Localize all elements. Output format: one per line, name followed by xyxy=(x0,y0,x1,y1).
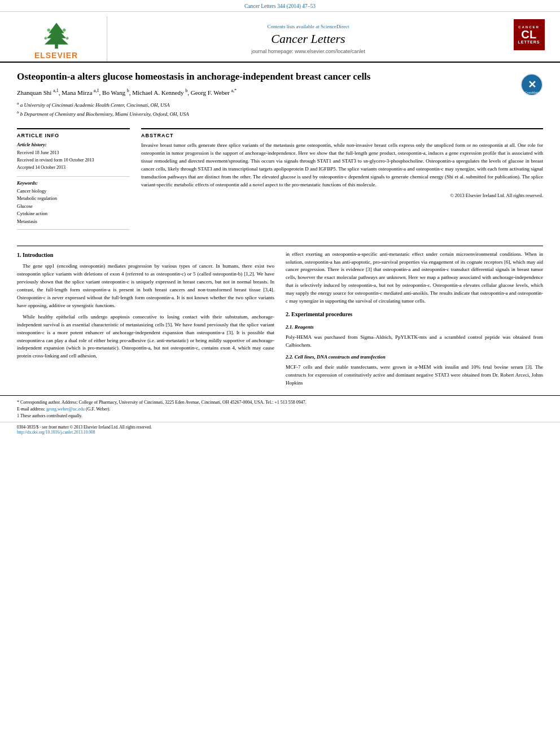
keyword-1: Cancer biology xyxy=(17,187,130,195)
journal-header: ELSEVIER Contents lists available at Sci… xyxy=(0,12,560,63)
journal-homepage: journal homepage: www.elsevier.com/locat… xyxy=(251,49,365,54)
article-info-column: ARTICLE INFO Article history: Received 1… xyxy=(17,128,130,235)
journal-top-bar: Cancer Letters 344 (2014) 47–53 xyxy=(0,0,560,12)
elsevier-logo: ELSEVIER xyxy=(34,19,78,60)
abstract-column: ABSTRACT Invasive breast tumor cells gen… xyxy=(141,128,543,235)
body-col-right: in effect exerting an osteopontin-a-spec… xyxy=(286,251,543,391)
affiliation-b: b b Department of Chemistry and Biochemi… xyxy=(17,110,512,119)
contents-text: Contents lists available at xyxy=(268,24,320,29)
copyright-line: © 2013 Elsevier Ireland Ltd. All rights … xyxy=(141,193,543,198)
svg-text:✕: ✕ xyxy=(528,79,536,90)
issn-text: 0304-3835/$ - see front matter © 2013 El… xyxy=(17,425,543,430)
article-info-title: ARTICLE INFO xyxy=(17,133,130,138)
received-date: Received 18 June 2013 xyxy=(17,150,130,157)
two-col-layout: ARTICLE INFO Article history: Received 1… xyxy=(17,128,543,235)
history-label: Article history: xyxy=(17,142,130,147)
crossmark-icon: ✕ CrossMark xyxy=(520,73,543,96)
accepted-date: Accepted 14 October 2013 xyxy=(17,164,130,172)
abstract-title: ABSTRACT xyxy=(141,133,543,138)
journal-header-right: CANCER CL LETTERS xyxy=(509,16,549,62)
footnotes: * Corresponding author. Address: College… xyxy=(0,395,560,422)
article-content: Osteopontin-a alters glucose homeostasis… xyxy=(0,63,560,241)
email-label: E-mail address: xyxy=(17,407,45,412)
intro-para-1: The gene spp1 (encoding osteopontin) med… xyxy=(17,263,274,310)
keywords-label: Keywords: xyxy=(17,180,130,186)
footnote-1: 1 These authors contributed equally. xyxy=(17,413,543,420)
subsection2-2-heading: 2.2. Cell lines, DNA constructs and tran… xyxy=(286,353,543,361)
svg-point-7 xyxy=(65,37,68,40)
svg-point-4 xyxy=(47,28,50,32)
page: Cancer Letters 344 (2014) 47–53 xyxy=(0,0,560,747)
footnote-corresponding: * Corresponding author. Address: College… xyxy=(17,399,543,406)
svg-marker-3 xyxy=(44,33,68,44)
abstract-section: ABSTRACT Invasive breast tumor cells gen… xyxy=(141,128,543,198)
section1-heading: 1. Introduction xyxy=(17,251,274,260)
subsection2-1-heading: 2.1. Reagents xyxy=(286,324,543,331)
intro-para-col2-1: in effect exerting an osteopontin-a-spec… xyxy=(286,251,543,306)
article-authors: Zhanquan Shi a,1, Mana Mirza a,1, Bo Wan… xyxy=(17,88,512,97)
journal-header-left: ELSEVIER xyxy=(11,16,107,62)
journal-title: Cancer Letters xyxy=(271,32,345,46)
section2-heading: 2. Experimental procedures xyxy=(286,310,543,319)
body-two-col: 1. Introduction The gene spp1 (encoding … xyxy=(0,251,560,391)
reagents-para: Poly-HEMA was purchased from Sigma–Aldri… xyxy=(286,334,543,350)
keyword-3: Glucose xyxy=(17,203,130,211)
journal-badge: CANCER CL LETTERS xyxy=(514,19,545,50)
homepage-text: journal homepage: www.elsevier.com/locat… xyxy=(251,49,365,54)
revised-date: Received in revised form 10 October 2013 xyxy=(17,157,130,164)
elsevier-tree-icon xyxy=(37,19,76,50)
abstract-text: Invasive breast tumor cells generate thr… xyxy=(141,142,543,189)
journal-header-center: Contents lists available at ScienceDirec… xyxy=(107,16,509,62)
email-link[interactable]: georg.weber@uc.edu xyxy=(46,407,85,412)
contents-line: Contents lists available at ScienceDirec… xyxy=(268,24,349,29)
footnote-email: E-mail address: georg.weber@uc.edu (G.F.… xyxy=(17,406,543,413)
keyword-2: Metabolic regulation xyxy=(17,195,130,203)
keyword-4: Cytokine action xyxy=(17,210,130,218)
keywords-section: Keywords: Cancer biology Metabolic regul… xyxy=(17,176,130,226)
keyword-5: Metastasis xyxy=(17,218,130,226)
svg-point-5 xyxy=(63,28,66,32)
body-col-left: 1. Introduction The gene spp1 (encoding … xyxy=(17,251,274,391)
bottom-bar: 0304-3835/$ - see front matter © 2013 El… xyxy=(0,422,560,437)
journal-citation: Cancer Letters 344 (2014) 47–53 xyxy=(244,3,316,9)
article-title-section: Osteopontin-a alters glucose homeostasis… xyxy=(17,71,543,121)
doi-link[interactable]: http://dx.doi.org/10.1016/j.canlet.2013.… xyxy=(17,430,95,435)
svg-text:CrossMark: CrossMark xyxy=(525,91,539,94)
affiliations: a a University of Cincinnati Academic He… xyxy=(17,101,512,118)
intro-para-2: While healthy epithelial cells undergo a… xyxy=(17,313,274,361)
svg-point-6 xyxy=(44,37,47,40)
crossmark-logo[interactable]: ✕ CrossMark xyxy=(520,73,543,96)
article-info-box: ARTICLE INFO Article history: Received 1… xyxy=(17,128,130,229)
affiliation-a: a a University of Cincinnati Academic He… xyxy=(17,101,512,110)
article-title: Osteopontin-a alters glucose homeostasis… xyxy=(17,71,512,83)
badge-bot-text: LETTERS xyxy=(518,40,540,44)
email-person: (G.F. Weber). xyxy=(86,407,110,412)
article-title-block: Osteopontin-a alters glucose homeostasis… xyxy=(17,71,512,121)
elsevier-label: ELSEVIER xyxy=(34,51,78,60)
section-divider xyxy=(17,246,543,246)
cell-lines-para: MCF-7 cells and their stable transfectan… xyxy=(286,364,543,387)
sciencedirect-link[interactable]: ScienceDirect xyxy=(321,24,349,29)
